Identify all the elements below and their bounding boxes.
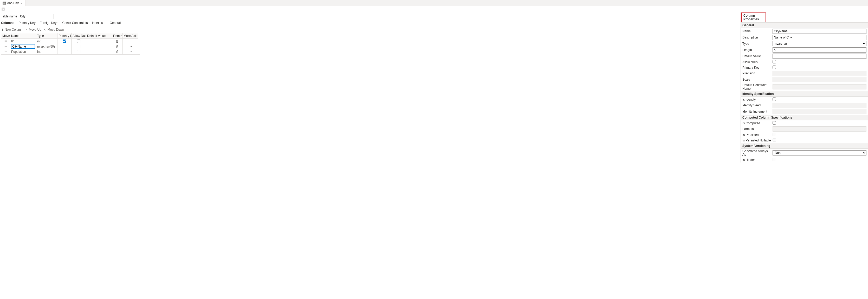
- cell-name[interactable]: [10, 44, 36, 49]
- tab-check-constraints[interactable]: Check Constraints: [62, 21, 88, 26]
- trash-icon[interactable]: [116, 50, 119, 53]
- close-icon[interactable]: ×: [20, 2, 23, 5]
- prop-is-persisted-nullable-label: Is Persisted Nullable: [742, 139, 771, 142]
- prop-is-identity-label: Is Identity: [742, 98, 771, 101]
- column-name-input[interactable]: [11, 44, 35, 48]
- allow-nulls-checkbox[interactable]: [77, 50, 81, 53]
- col-remove: Remove: [112, 33, 123, 39]
- chevron-up-icon: [25, 28, 28, 31]
- tab-columns[interactable]: Columns: [1, 21, 14, 26]
- move-up-label: Move Up: [29, 28, 41, 31]
- cell-more-actions[interactable]: ···: [123, 44, 138, 49]
- prop-is-persisted-checkbox: [773, 133, 776, 136]
- col-type: Type: [36, 33, 58, 39]
- primary-key-checkbox[interactable]: [63, 39, 66, 43]
- prop-precision-input: [773, 71, 866, 76]
- primary-key-checkbox[interactable]: [63, 45, 66, 48]
- table-name-row: Table name: [1, 13, 741, 21]
- prop-default-value-label: Default Value: [742, 54, 771, 58]
- prop-description-label: Description: [742, 36, 771, 39]
- cell-type[interactable]: int: [36, 39, 58, 44]
- cell-default-value[interactable]: [86, 49, 112, 54]
- prop-is-hidden-label: Is Hidden: [742, 158, 771, 162]
- move-up-button[interactable]: Move Up: [25, 28, 41, 31]
- allow-nulls-checkbox[interactable]: [77, 39, 81, 43]
- table-row[interactable]: IDint: [1, 39, 140, 44]
- prop-description-input[interactable]: [773, 35, 866, 40]
- new-column-label: New Column: [5, 28, 23, 31]
- prop-name-input[interactable]: [773, 29, 866, 34]
- tab-indexes[interactable]: Indexes: [92, 21, 103, 26]
- more-actions-icon[interactable]: ···: [128, 45, 132, 48]
- tab-general[interactable]: General: [110, 21, 121, 26]
- prop-allow-nulls-checkbox[interactable]: [773, 60, 776, 63]
- prop-primary-key-checkbox[interactable]: [773, 66, 776, 69]
- prop-identity-seed-input: [773, 103, 866, 108]
- cell-allow-nulls[interactable]: [71, 44, 86, 49]
- tab-title: dbo.City: [7, 1, 19, 5]
- cell-primary-key[interactable]: [58, 49, 71, 54]
- tab-foreign-keys[interactable]: Foreign Keys: [40, 21, 58, 26]
- column-properties-title: Column Properties: [741, 12, 766, 22]
- cell-primary-key[interactable]: [58, 44, 71, 49]
- subtabs: Columns Primary Key Foreign Keys Check C…: [1, 21, 741, 26]
- plus-icon: [1, 28, 4, 31]
- col-allow-nulls: Allow Nulls: [71, 33, 86, 39]
- cell-primary-key[interactable]: [58, 39, 71, 44]
- cell-remove[interactable]: [112, 44, 123, 49]
- cell-allow-nulls[interactable]: [71, 49, 86, 54]
- table-row[interactable]: Populationint···: [1, 49, 140, 54]
- col-default-value: Default Value: [86, 33, 112, 39]
- tab-bar: dbo.City ×: [0, 0, 868, 6]
- allow-nulls-checkbox[interactable]: [77, 45, 81, 48]
- cell-type[interactable]: int: [36, 49, 58, 54]
- prop-length-input[interactable]: [773, 47, 866, 53]
- tab-primary-key[interactable]: Primary Key: [19, 21, 35, 26]
- prop-formula-input: [773, 126, 866, 132]
- prop-is-computed-checkbox[interactable]: [773, 121, 776, 125]
- cell-more-actions[interactable]: ···: [123, 49, 138, 54]
- prop-is-identity-checkbox[interactable]: [773, 98, 776, 101]
- prop-precision-label: Precision: [742, 71, 771, 75]
- cell-more-actions[interactable]: [123, 39, 138, 44]
- mini-toolbar: [0, 6, 868, 12]
- trash-icon[interactable]: [116, 40, 119, 43]
- prop-type-label: Type: [742, 42, 771, 45]
- drag-handle-icon[interactable]: [1, 39, 10, 44]
- col-more-actions: More Actions: [123, 33, 138, 39]
- drag-handle-icon[interactable]: [1, 44, 10, 49]
- svg-rect-26: [117, 51, 118, 53]
- move-down-label: Move Down: [48, 28, 64, 31]
- prop-name-label: Name: [742, 29, 771, 33]
- move-down-button[interactable]: Move Down: [44, 28, 64, 31]
- new-column-button[interactable]: New Column: [1, 28, 23, 31]
- cell-default-value[interactable]: [86, 39, 112, 44]
- table-name-label: Table name: [1, 14, 17, 18]
- prop-generated-select[interactable]: None: [773, 150, 866, 156]
- prop-primary-key-label: Primary Key: [742, 66, 771, 69]
- grid-header: Move Name Type Primary Key Allow Nulls D…: [1, 33, 140, 39]
- more-actions-icon[interactable]: ···: [128, 50, 132, 54]
- cell-remove[interactable]: [112, 39, 123, 44]
- cell-default-value[interactable]: [86, 44, 112, 49]
- table-name-input[interactable]: [19, 14, 54, 19]
- cell-allow-nulls[interactable]: [71, 39, 86, 44]
- trash-icon[interactable]: [116, 45, 119, 48]
- prop-is-persisted-label: Is Persisted: [742, 133, 771, 137]
- script-icon[interactable]: [2, 7, 5, 11]
- section-identity: Identity Specification: [741, 91, 868, 97]
- primary-key-checkbox[interactable]: [63, 50, 66, 53]
- prop-identity-seed-label: Identity Seed: [742, 103, 771, 107]
- table-row[interactable]: nvarchar(50)···: [1, 44, 140, 49]
- prop-is-hidden-checkbox: [773, 158, 776, 161]
- cell-type[interactable]: nvarchar(50): [36, 44, 58, 49]
- cell-name[interactable]: Population: [10, 49, 36, 54]
- tab-dbo-city[interactable]: dbo.City ×: [0, 0, 26, 6]
- prop-default-value-input[interactable]: [773, 54, 866, 59]
- cell-remove[interactable]: [112, 49, 123, 54]
- section-general: General: [741, 22, 868, 28]
- cell-name[interactable]: ID: [10, 39, 36, 44]
- prop-type-select[interactable]: nvarchar: [773, 41, 866, 46]
- prop-formula-label: Formula: [742, 127, 771, 131]
- drag-handle-icon[interactable]: [1, 49, 10, 54]
